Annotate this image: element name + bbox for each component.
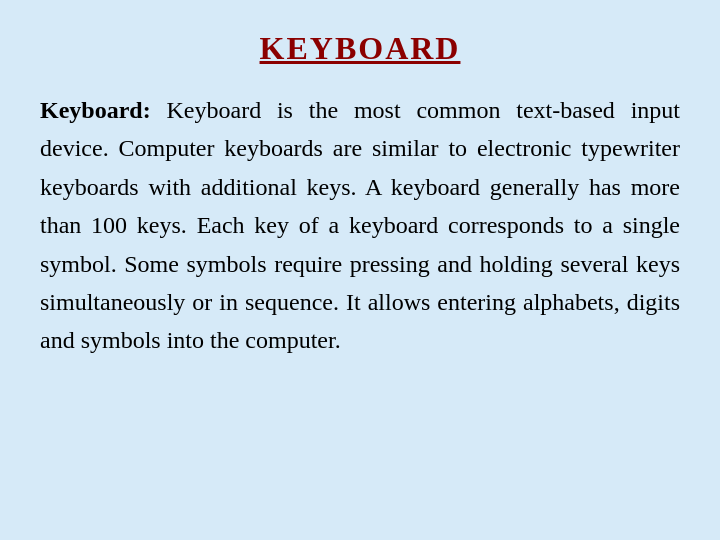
- page-title: KEYBOARD: [260, 30, 461, 67]
- body-text: Keyboard is the most common text-based i…: [40, 97, 680, 353]
- keyword-label: Keyboard:: [40, 97, 151, 123]
- body-content: Keyboard: Keyboard is the most common te…: [40, 91, 680, 360]
